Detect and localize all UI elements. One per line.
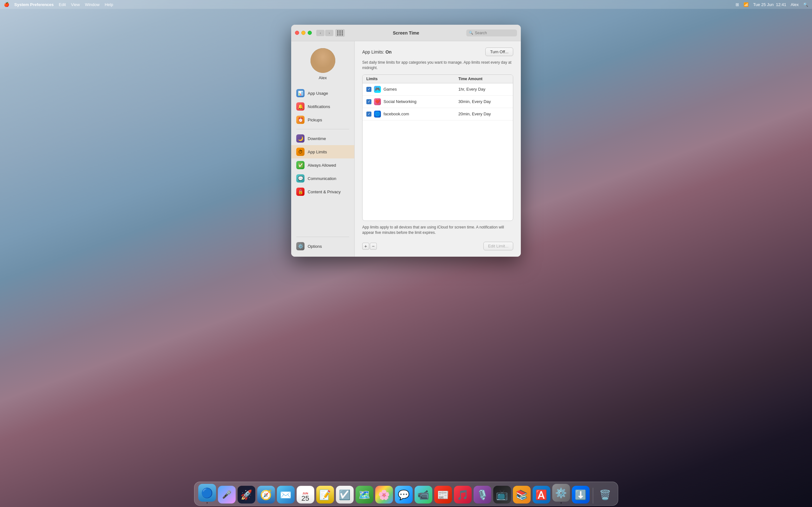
sidebar: Alex 📊 App Usage 🔔 Notifications ⏰ Picku…: [291, 41, 355, 257]
games-app-icon: 🎮: [374, 86, 381, 93]
app-limits-title: App Limits: On: [362, 49, 392, 55]
app-limits-icon: ⏱: [296, 148, 305, 156]
dock-item-mail[interactable]: ✉️: [277, 486, 295, 504]
back-button[interactable]: ‹: [316, 30, 324, 36]
turn-off-button[interactable]: Turn Off...: [485, 48, 513, 56]
facebook-app-name: facebook.com: [384, 112, 456, 116]
dock-item-siri[interactable]: 🎤: [218, 486, 236, 504]
sidebar-label-app-usage: App Usage: [308, 91, 328, 96]
sidebar-label-always-allowed: Always Allowed: [308, 163, 336, 168]
pickups-icon: ⏰: [296, 116, 305, 124]
maximize-button[interactable]: [308, 31, 312, 35]
menubar: 🍎 System Preferences Edit View Window He…: [0, 0, 812, 9]
dock-item-tv[interactable]: 📺: [493, 486, 511, 504]
dock-item-safari[interactable]: 🧭: [257, 486, 275, 504]
dock-item-photos[interactable]: 🌸: [375, 486, 393, 504]
games-app-name: Games: [384, 87, 456, 92]
dock-item-books[interactable]: 📚: [513, 486, 531, 504]
search-input[interactable]: [475, 31, 514, 35]
menubar-view[interactable]: View: [71, 2, 80, 7]
sidebar-item-downtime[interactable]: 🌙 Downtime: [291, 132, 354, 145]
dock-item-maps[interactable]: 🗺️: [356, 486, 373, 504]
dock-item-launchpad[interactable]: 🚀: [238, 486, 255, 504]
dock-item-reminders[interactable]: ☑️: [336, 486, 354, 504]
sidebar-divider-1: [296, 129, 349, 129]
menubar-user[interactable]: Alex: [791, 2, 799, 7]
table-row: ✓ ❤️ Social Networking 30min, Every Day: [362, 96, 513, 108]
close-button[interactable]: [295, 31, 299, 35]
menubar-left: 🍎 System Preferences Edit View Window He…: [4, 2, 113, 7]
dock-item-messages[interactable]: 💬: [395, 486, 413, 504]
add-remove-buttons: + −: [362, 243, 377, 250]
sidebar-item-app-usage[interactable]: 📊 App Usage: [291, 87, 354, 100]
safari-icon: 🧭: [257, 486, 275, 504]
sidebar-label-notifications: Notifications: [308, 104, 330, 109]
downloads-icon: ⬇️: [572, 486, 590, 504]
dock-item-notes[interactable]: 📝: [316, 486, 334, 504]
facetime-icon: 📹: [415, 486, 432, 504]
social-checkbox[interactable]: ✓: [366, 99, 371, 104]
books-icon: 📚: [513, 486, 531, 504]
dock-item-facetime[interactable]: 📹: [415, 486, 432, 504]
menubar-date: Tue 25 Jun 12:41: [753, 2, 786, 7]
sidebar-divider-2: [296, 237, 349, 237]
dock-item-appstore[interactable]: 🅰️: [532, 486, 550, 504]
minimize-button[interactable]: [301, 31, 305, 35]
nav-buttons: ‹ ›: [316, 30, 334, 36]
launchpad-icon: 🚀: [238, 486, 255, 504]
search-icon: 🔍: [469, 31, 473, 35]
menubar-window[interactable]: Window: [85, 2, 100, 7]
remove-limit-button[interactable]: −: [370, 243, 377, 250]
screen-time-window: ‹ › Screen Time 🔍: [291, 25, 521, 257]
dock-item-music[interactable]: 🎵: [454, 486, 472, 504]
siri-icon: 🎤: [218, 486, 236, 504]
dock-item-trash[interactable]: 🗑️: [596, 486, 614, 504]
games-checkbox[interactable]: ✓: [366, 87, 371, 92]
table-row: ✓ 🎮 Games 1hr, Every Day: [362, 83, 513, 96]
traffic-lights: [295, 31, 312, 35]
dock-item-sysprefs[interactable]: ⚙️: [552, 484, 570, 504]
menubar-app-name[interactable]: System Preferences: [14, 2, 54, 7]
dock-item-calendar[interactable]: JUN 25: [297, 486, 314, 504]
search-bar[interactable]: 🔍: [466, 30, 517, 37]
dock-item-news[interactable]: 📰: [434, 486, 452, 504]
sidebar-item-content-privacy[interactable]: 🔒 Content & Privacy: [291, 185, 354, 199]
sidebar-label-pickups: Pickups: [308, 118, 322, 122]
sidebar-item-notifications[interactable]: 🔔 Notifications: [291, 100, 354, 113]
menubar-search[interactable]: 🔍: [803, 2, 808, 7]
social-app-icon: ❤️: [374, 98, 381, 105]
dock-item-downloads[interactable]: ⬇️: [572, 486, 590, 504]
dock-item-podcasts[interactable]: 🎙️: [473, 486, 491, 504]
table-actions: + − Edit Limit...: [362, 242, 513, 250]
window-title: Screen Time: [393, 31, 419, 36]
social-app-name: Social Networking: [384, 99, 456, 104]
sidebar-item-pickups[interactable]: ⏰ Pickups: [291, 113, 354, 126]
podcasts-icon: 🎙️: [473, 486, 491, 504]
sidebar-item-app-limits[interactable]: ⏱ App Limits: [291, 145, 354, 158]
table-empty-area: [362, 120, 513, 146]
window-body: Alex 📊 App Usage 🔔 Notifications ⏰ Picku…: [291, 41, 521, 257]
description-text: Set daily time limits for app categories…: [362, 60, 513, 71]
sidebar-item-communication[interactable]: 💬 Communication: [291, 172, 354, 185]
menubar-edit[interactable]: Edit: [59, 2, 66, 7]
menubar-help[interactable]: Help: [105, 2, 113, 7]
add-limit-button[interactable]: +: [362, 243, 369, 250]
edit-limit-button[interactable]: Edit Limit...: [484, 242, 513, 250]
table-header: Limits Time Amount: [362, 75, 513, 83]
dock-item-finder[interactable]: 🔵: [198, 484, 216, 504]
grid-button[interactable]: [335, 29, 345, 37]
maps-icon: 🗺️: [356, 486, 373, 504]
apple-menu[interactable]: 🍎: [4, 2, 9, 7]
menubar-mission-control[interactable]: ⊞: [735, 2, 739, 7]
sidebar-item-options[interactable]: ⚙️ Options: [291, 239, 354, 253]
desktop: 🍎 System Preferences Edit View Window He…: [0, 0, 812, 507]
facebook-checkbox[interactable]: ✓: [366, 112, 371, 117]
facebook-time: 20min, Every Day: [458, 112, 509, 116]
app-usage-icon: 📊: [296, 89, 305, 97]
user-profile-section: Alex: [291, 45, 354, 87]
sysprefs-icon: ⚙️: [552, 484, 570, 502]
forward-button[interactable]: ›: [325, 30, 334, 36]
appstore-icon: 🅰️: [532, 486, 550, 504]
menubar-wifi[interactable]: 📶: [744, 2, 749, 7]
sidebar-item-always-allowed[interactable]: ✅ Always Allowed: [291, 158, 354, 172]
